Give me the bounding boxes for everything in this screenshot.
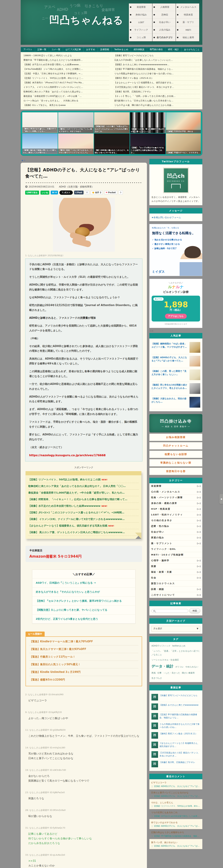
recent-post-item[interactable]: 凹【まなかんとデートなう】稲場愛香さん、彼氏目線すぎる… xyxy=(152,740,200,750)
expand-plus-icon[interactable]: [＋] xyxy=(197,559,200,562)
share-button[interactable]: いいね xyxy=(40,191,49,195)
related-article-link[interactable]: 【画像】狩野英孝、「ハイキュー！！」公式からきた仕事を意味不明な理由で断って… xyxy=(28,496,139,503)
tag-link[interactable]: ADHDライフハック xyxy=(152,644,170,648)
site-logo-square[interactable]: 凹凸ch DECOBOKO CH xyxy=(163,167,189,193)
popular-item[interactable]: 【悲報】ADHDの子ども、大人になると”アレ”ばっかり食べてた… xyxy=(152,354,200,368)
header-category-button[interactable]: 全てのカテゴリ xyxy=(153,34,176,41)
category-row[interactable]: HSP・特異体質[＋] xyxy=(149,506,202,512)
related-article-link[interactable]: 最低賃金「全都道府県で1,000円超えたぞ」→中小企業「経営が苦しい、私たちの… xyxy=(28,490,139,496)
header-category-button[interactable]: 社会が辛い xyxy=(153,19,176,26)
nav-item[interactable]: 専門家の発信 xyxy=(147,47,165,52)
pill-ad-button[interactable]: アプリはこちら xyxy=(165,314,187,319)
expand-plus-icon[interactable]: [＋] xyxy=(197,531,200,533)
ticker-link[interactable]: 【画像】Oカップ女さん、発見されるwww xyxy=(23,103,109,107)
sale-link[interactable]: 【緊急】集英社の人気コミック50%還元！ xyxy=(29,661,138,669)
article-category-link[interactable]: ADHD（注意欠陥・多動性障害） xyxy=(59,185,94,188)
header-category-button[interactable]: 恐怖症 xyxy=(153,11,176,19)
kakekomi-banner[interactable]: 凹凸掛け込み寺 ― 相談 ＆ 回答 募集中 ― xyxy=(149,414,202,432)
category-row[interactable]: 新型コロナウィルス xyxy=(149,581,202,586)
recent-comment-item[interactable]: ピザでぶコーラ｜【悲報】ADHDの子ども、大人になると”アレ”ばっかり… xyxy=(149,779,202,789)
strip-thumbnail[interactable]: 【速報】7月5日の予言、外れる xyxy=(166,112,201,133)
category-row[interactable]: その他の生き辛さ[＋] xyxy=(149,518,202,523)
expand-plus-icon[interactable]: [＋] xyxy=(197,577,200,579)
month-select[interactable]: 月を選択▼ xyxy=(152,626,200,631)
strip-thumbnail[interactable]: 【警告】スポーツドリンクを『こう』飲んでるやつ、今すぐやめろ xyxy=(58,112,94,133)
club-link[interactable]: 常識的なこと知らない部 xyxy=(149,459,202,466)
ticker-link[interactable]: 【勝利】西武ファン集合（2025.8.11） xyxy=(114,76,200,81)
contact-form-link[interactable]: ★各種お問い合わせフォーム xyxy=(152,216,181,219)
nav-item[interactable]: 研究・統計 xyxy=(165,47,182,52)
ticker-link[interactable]: 【画像】実写ワンピースのビビがこちら xyxy=(114,54,200,58)
related-article-link[interactable]: 【悲報】彡(>)(<)「このココナッツジュース腐っとるやんけ！ﾍﾟｯﾍﾟｯ」→2… xyxy=(28,509,139,516)
tag-link[interactable]: やめられない xyxy=(186,665,198,669)
strip-thumbnail[interactable]: 【画像】この図、育った環境で『見え方が全く違う』らしい… xyxy=(130,112,165,133)
expand-plus-icon[interactable]: [＋] xyxy=(197,508,200,510)
ticker-link[interactable]: 【悲報】 中国人「日本に移住すれば大学まで学費無料」←… xyxy=(23,71,109,76)
tag-link[interactable]: 障がい者雇用 xyxy=(182,671,194,675)
recent-comment-item[interactable]: 菓子パン沼、抜け出せない｜【悲報】ADHDの子ども、大人になると”アレ”ばっかり… xyxy=(149,839,202,849)
header-category-button[interactable]: 身体の悩み xyxy=(129,11,152,19)
expand-plus-icon[interactable]: [＋] xyxy=(197,565,200,568)
popular-item[interactable]: 【動画】同じ学生を10分間撮り続けたタイムラプス、考えさせられる… xyxy=(152,382,200,396)
ticker-link[interactable]: うちの母親は外食好きなんだけど少食で食べるの遅いのね… xyxy=(114,71,200,76)
category-row[interactable]: 薬・サプリメント[＋] xyxy=(149,540,202,546)
category-row[interactable]: 心の病・メンタルヘルス[＋] xyxy=(149,489,202,495)
nav-item[interactable]: はてブ人気記事 xyxy=(63,47,84,52)
search-button[interactable]: 検索 xyxy=(189,608,200,613)
expand-plus-icon[interactable]: [＋] xyxy=(197,536,200,539)
expand-plus-icon[interactable]: [＋] xyxy=(197,594,200,596)
related-article-link[interactable]: 【画像】 イケメン(19)、ナイトプールに着いて3分で逆ナンされるwwwwwww… xyxy=(28,516,139,523)
ticker-link[interactable]: 【※YouTube動画】 ジャワ島の火山噴火、そのとき実際に… xyxy=(23,67,109,71)
recent-comment-item[interactable]: 広陵の件はもう少し続報待ちやろ｜【悲報】甲子園辞退の広陵高校の保護者会、地獄のよ… xyxy=(149,829,202,839)
ticker-link[interactable]: 週刊新潮のコラム「日本も日本人も嫌いなら日本名使うな… xyxy=(114,99,200,103)
job-ad[interactable]: 転職はあなたの「今」を変える 無理なく活躍できる転職を。 ✓ 強みを活かせる仕事… xyxy=(149,224,202,276)
expand-plus-icon[interactable]: [＋] xyxy=(197,519,200,522)
source-url[interactable]: https://nazology.kusuguru.co.jp/archives… xyxy=(29,453,138,458)
category-row[interactable]: 話題・雑談[＋] xyxy=(149,586,202,592)
expand-plus-icon[interactable]: [＋] xyxy=(197,491,200,493)
share-button[interactable]: B! 0 xyxy=(51,191,58,194)
tag-link[interactable]: 再掲 xyxy=(152,671,156,675)
ticker-link[interactable]: 【朗報】みそきんに来たぞwwwwwwwwwwwwwww… xyxy=(114,62,200,67)
category-row[interactable]: ライフハック・QOL xyxy=(149,546,202,552)
tag-link[interactable]: ～した・良かった xyxy=(163,671,180,675)
comment-anchor-link[interactable]: >>31 xyxy=(28,859,142,863)
strip-thumbnail[interactable]: 【悲報】『カップル同士でセ●クスすることは相手との絆を深める行為』これさ… xyxy=(130,133,165,154)
expand-plus-icon[interactable]: [＋] xyxy=(197,525,200,528)
share-button[interactable]: LINEで送る xyxy=(25,191,39,195)
kakekomi-link[interactable]: 凹凸チャットルーム xyxy=(149,442,202,450)
ticker-link[interactable]: 【画像】来月発売の「iPhone17/17 Air/17 Pro/17 Pro … xyxy=(23,81,109,85)
expand-plus-icon[interactable]: [＋] xyxy=(197,496,200,499)
share-button[interactable]: t Post xyxy=(74,191,84,194)
ticker-link[interactable]: 【画像】水不足のため日本全国で雨乞いした結果wwww… xyxy=(23,62,109,67)
nav-item[interactable]: コメ一覧 xyxy=(49,47,63,52)
share-button[interactable]: 👏 拍手 2 xyxy=(91,190,103,195)
header-category-button[interactable]: 人格障害 xyxy=(153,3,176,11)
category-row[interactable]: 性格・パーソナリティ障害[＋] xyxy=(149,495,202,500)
recent-comment-item[interactable]: 待てないのはガチでわかる｜【悲報】ADHDの子ども、大人になると”アレ”ばっかり… xyxy=(149,819,202,829)
sale-link[interactable]: 【緊急】角川カドサマー第三弾！最大93%OFF xyxy=(29,646,138,653)
pill-ad[interactable]: ＼ルナルナの／ ルナルナ ピルオンライン診療 1シート 1,898 円（税込） … xyxy=(149,279,202,328)
header-category-button[interactable]: 薬・サプリ xyxy=(176,19,199,26)
share-button[interactable]: ❤Pocket xyxy=(104,190,117,195)
category-row[interactable]: 心理学・脳科学[＋] xyxy=(149,558,202,563)
strip-thumbnail[interactable]: 【闇】20年前に書かれたこのコピペ、今読むと色々とヤバすぎる… xyxy=(94,133,130,154)
ticker-link[interactable]: 最低賃金「全都道府県で1,000円超えたぞ」→中小企業「… xyxy=(23,94,109,99)
category-row[interactable]: 発達障害[＋] xyxy=(149,483,202,489)
header-category-button[interactable]: 人生の悩み xyxy=(153,26,176,34)
tag-link[interactable]: twitterまとめ xyxy=(172,644,185,648)
nav-item[interactable]: 記事一覧 xyxy=(35,47,49,52)
header-category-button[interactable]: ライフハック xyxy=(129,26,152,34)
expand-plus-icon[interactable]: [＋] xyxy=(197,514,200,516)
category-row[interactable]: LGBT・性的マイノリティ[＋] xyxy=(149,512,202,518)
strip-thumbnail[interactable]: 【衝撃】脳出血で植物人間になった爺ちゃん、復活して人が変わる… xyxy=(22,133,58,154)
ticker-link[interactable]: 1986年～1993年辺りって楽しい時代だったよな xyxy=(23,54,109,58)
bookmark-stars[interactable]: ★☆ xyxy=(21,159,147,162)
header-category-button[interactable]: 福祉と雇用 xyxy=(176,34,199,41)
header-category-button[interactable]: MBTI xyxy=(176,26,199,34)
recent-post-item[interactable]: 凹うちの母親は外食好きなんだけど少食で食べるの遅いのね… xyxy=(152,721,200,731)
ticker-link[interactable]: 【画像】旭川民、広陵高校にブチギレ xyxy=(114,90,200,94)
category-row[interactable]: このサイトについて[＋] xyxy=(149,592,202,598)
tag-link[interactable]: 仕事 xyxy=(157,671,161,675)
recommend-link[interactable]: 【閲覧注意】久しぶりに帰ってきた家、ヤバいことになってる xyxy=(32,606,135,614)
